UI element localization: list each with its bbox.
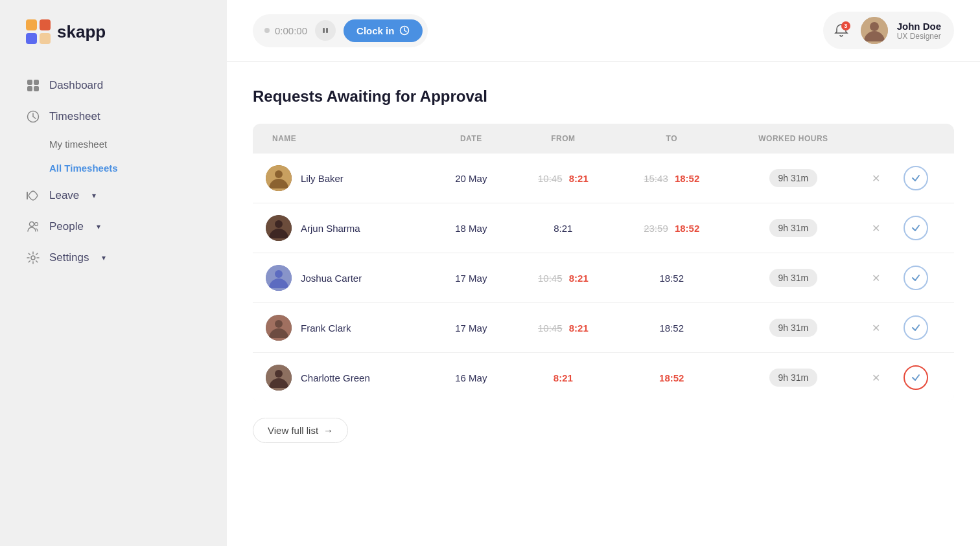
time-original: 23:59 <box>644 223 668 234</box>
worked-cell: 9h 31m <box>728 154 859 203</box>
leave-arrow: ▾ <box>92 191 96 200</box>
actions-cell: ✕ <box>872 365 941 390</box>
leave-icon <box>26 188 40 203</box>
svg-point-27 <box>275 270 283 278</box>
time-original: 10:45 <box>538 273 563 284</box>
sidebar-item-timesheet[interactable]: Timesheet <box>0 101 227 132</box>
from-cell: 10:45 8:21 <box>511 154 616 203</box>
name-cell: Lily Baker <box>266 165 419 191</box>
svg-point-21 <box>870 22 879 31</box>
approve-button[interactable] <box>904 266 928 290</box>
person-name: Charlotte Green <box>301 372 370 383</box>
svg-rect-15 <box>323 28 325 33</box>
app-name: skapp <box>57 22 106 42</box>
reject-button[interactable]: ✕ <box>872 272 880 284</box>
approve-button[interactable] <box>904 216 928 240</box>
from-cell: 8:21 <box>511 353 616 403</box>
worked-badge: 9h 31m <box>769 369 818 387</box>
user-name: John Doe <box>897 21 941 32</box>
approve-button[interactable] <box>904 166 928 190</box>
reject-button[interactable]: ✕ <box>872 372 880 384</box>
clock-in-button[interactable]: Clock in <box>344 19 423 42</box>
date-cell: 20 May <box>432 154 511 203</box>
sidebar-sub-my-timesheet[interactable]: My timesheet <box>0 132 227 156</box>
sidebar-sub-all-timesheets[interactable]: All Timesheets <box>0 156 227 180</box>
to-cell: 23:59 18:52 <box>616 203 728 253</box>
actions-cell: ✕ <box>872 266 941 290</box>
svg-rect-16 <box>326 28 328 33</box>
reject-button[interactable]: ✕ <box>872 222 880 234</box>
worked-badge: 9h 31m <box>769 219 818 237</box>
notification-icon[interactable]: 3 <box>831 20 852 41</box>
worked-cell: 9h 31m <box>728 353 859 403</box>
svg-point-12 <box>30 222 34 227</box>
approval-table: NAME DATE FROM TO WORKED HOURS <box>253 124 954 402</box>
table-row: Frank Clark 17 May 10:45 8:21 18:52 9h 3… <box>253 303 954 353</box>
worked-badge: 9h 31m <box>769 319 818 337</box>
to-cell: 18:52 <box>616 303 728 353</box>
time-normal: 8:21 <box>554 223 572 234</box>
reject-button[interactable]: ✕ <box>872 172 880 185</box>
view-full-list-button[interactable]: View full list → <box>253 418 348 443</box>
logo-icon <box>26 19 51 44</box>
worked-badge: 9h 31m <box>769 269 818 287</box>
svg-point-23 <box>275 170 283 178</box>
col-actions <box>859 124 954 154</box>
table-row: Lily Baker 20 May 10:45 8:21 15:43 18:52… <box>253 154 954 203</box>
approve-button[interactable] <box>904 315 928 340</box>
sidebar-item-leave[interactable]: Leave ▾ <box>0 180 227 211</box>
name-cell: Arjun Sharma <box>266 215 419 241</box>
time-modified: 18:52 <box>675 173 699 184</box>
svg-point-14 <box>31 256 35 260</box>
actions-cell: ✕ <box>872 216 941 240</box>
worked-cell: 9h 31m <box>728 253 859 303</box>
reject-button[interactable]: ✕ <box>872 322 880 334</box>
name-cell: Frank Clark <box>266 315 419 341</box>
dashboard-label: Dashboard <box>49 79 103 92</box>
user-avatar <box>861 17 888 44</box>
notification-badge: 3 <box>841 21 850 30</box>
avatar <box>266 215 292 241</box>
sidebar-item-settings[interactable]: Settings ▾ <box>0 242 227 273</box>
svg-rect-0 <box>26 19 37 30</box>
avatar <box>266 315 292 341</box>
content-area: Requests Awaiting for Approval NAME DATE… <box>227 62 980 546</box>
timesheet-label: Timesheet <box>49 110 100 123</box>
sidebar-item-people[interactable]: People ▾ <box>0 211 227 242</box>
person-name: Frank Clark <box>301 323 351 334</box>
logo-area: skapp <box>0 19 227 70</box>
worked-badge: 9h 31m <box>769 169 818 187</box>
time-normal: 18:52 <box>659 273 684 284</box>
svg-rect-2 <box>26 33 37 44</box>
timer-dot <box>264 28 270 33</box>
people-arrow: ▾ <box>97 222 100 231</box>
time-modified: 8:21 <box>569 323 589 334</box>
date-cell: 17 May <box>432 253 511 303</box>
to-cell: 18:52 <box>616 253 728 303</box>
time-modified: 18:52 <box>675 223 699 234</box>
time-original: 15:43 <box>644 173 668 184</box>
people-icon <box>26 220 40 234</box>
dashboard-icon <box>26 78 40 93</box>
settings-label: Settings <box>49 251 89 264</box>
actions-cell: ✕ <box>872 315 941 340</box>
pause-button[interactable] <box>315 20 336 41</box>
from-cell: 8:21 <box>511 203 616 253</box>
from-cell: 10:45 8:21 <box>511 253 616 303</box>
settings-arrow: ▾ <box>102 253 106 262</box>
user-area: 3 John Doe UX Designer <box>823 12 954 49</box>
people-label: People <box>49 220 84 233</box>
approve-button-highlighted[interactable] <box>904 365 928 390</box>
date-cell: 16 May <box>432 353 511 403</box>
svg-point-29 <box>275 320 283 328</box>
table-row: Joshua Carter 17 May 10:45 8:21 18:52 9h… <box>253 253 954 303</box>
user-info: John Doe UX Designer <box>897 21 941 41</box>
worked-cell: 9h 31m <box>728 303 859 353</box>
svg-rect-5 <box>34 80 39 85</box>
timer-area: 0:00:00 Clock in <box>253 14 428 47</box>
svg-line-10 <box>33 117 36 119</box>
name-cell: Charlotte Green <box>266 365 419 391</box>
col-to: TO <box>616 124 728 154</box>
sidebar-item-dashboard[interactable]: Dashboard <box>0 70 227 101</box>
time-modified: 18:52 <box>659 372 684 383</box>
